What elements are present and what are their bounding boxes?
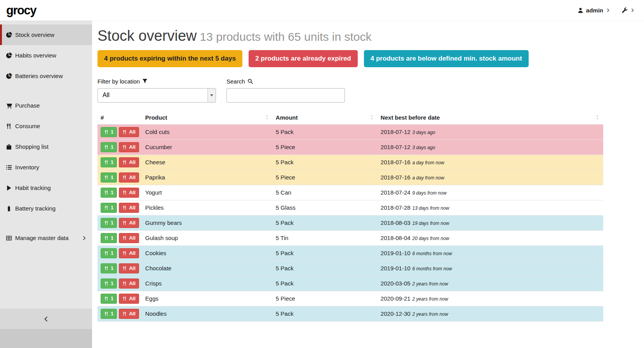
utensils-icon <box>122 175 127 180</box>
date-relative: 13 days from now <box>413 205 449 211</box>
consume-all-button[interactable]: All <box>119 203 139 213</box>
column-header-best-before[interactable]: Next best before date <box>378 112 603 125</box>
button-label: All <box>129 296 136 301</box>
consume-one-button[interactable]: 1 <box>101 248 117 258</box>
sidebar-nav: Stock overviewHabits overviewBatteries o… <box>0 21 92 309</box>
consume-one-button[interactable]: 1 <box>101 278 117 289</box>
sidebar-item-habit-tracking[interactable]: Habit tracking <box>0 177 92 198</box>
sidebar-item-battery-tracking[interactable]: Battery tracking <box>0 198 92 219</box>
row-actions: 1All <box>101 233 139 243</box>
search-input[interactable] <box>226 88 345 103</box>
pie-chart-icon <box>6 73 12 79</box>
chevron-right-icon <box>82 236 87 240</box>
status-badge-below-min[interactable]: 4 products are below defined min. stock … <box>364 50 529 67</box>
status-badge-expiring[interactable]: 4 products expiring within the next 5 da… <box>97 50 242 67</box>
sidebar-item-shopping-list[interactable]: Shopping list <box>0 136 92 157</box>
sidebar-item-label: Batteries overview <box>14 73 87 79</box>
button-label: All <box>129 265 136 271</box>
button-label: All <box>129 144 136 150</box>
date-value: 2018-07-28 <box>381 204 411 211</box>
consume-one-button[interactable]: 1 <box>101 263 117 273</box>
battery-icon <box>6 205 12 212</box>
utensils-icon <box>122 281 127 286</box>
consume-all-button[interactable]: All <box>119 278 139 289</box>
product-amount: 5 Pack <box>273 155 378 170</box>
column-header-product[interactable]: Product <box>142 112 273 125</box>
sidebar-item-label: Habit tracking <box>14 184 87 191</box>
sidebar-collapse-button[interactable] <box>0 309 92 329</box>
date-value: 2019-01-10 <box>381 250 411 256</box>
row-actions: 1All <box>101 218 139 228</box>
consume-one-button[interactable]: 1 <box>101 188 117 198</box>
chevron-right-icon <box>630 8 635 12</box>
sidebar-item-stock-overview[interactable]: Stock overview <box>0 24 92 45</box>
product-name: Cold cuts <box>142 124 273 139</box>
sidebar-item-label: Manage master data <box>14 235 80 241</box>
consume-one-button[interactable]: 1 <box>101 309 117 319</box>
consume-one-button[interactable]: 1 <box>101 172 117 183</box>
sidebar-item-manage-master-data[interactable]: Manage master data <box>0 228 92 248</box>
sidebar-item-habits-overview[interactable]: Habits overview <box>0 45 92 66</box>
best-before-date: 2020-09-212 years from now <box>378 291 603 306</box>
cart-icon <box>6 103 12 109</box>
table-body: 1AllCold cuts5 Pack2018-07-123 days ago1… <box>97 124 603 321</box>
button-label: 1 <box>111 205 113 211</box>
product-name: Cucumber <box>142 139 273 155</box>
sidebar-item-batteries-overview[interactable]: Batteries overview <box>0 66 92 86</box>
location-select[interactable]: All <box>97 88 216 103</box>
column-header-amount[interactable]: Amount <box>273 112 378 125</box>
consume-one-button[interactable]: 1 <box>101 218 117 228</box>
consume-one-button[interactable]: 1 <box>101 157 117 167</box>
table-icon <box>6 235 12 241</box>
sort-icon[interactable] <box>369 115 374 120</box>
app-logo[interactable]: grocy <box>6 3 36 17</box>
consume-all-button[interactable]: All <box>119 172 139 183</box>
sort-icon[interactable] <box>595 115 600 120</box>
sort-icon[interactable] <box>264 115 270 120</box>
sidebar-item-purchase[interactable]: Purchase <box>0 95 92 116</box>
consume-all-button[interactable]: All <box>119 157 139 167</box>
status-badge-expired[interactable]: 2 products are already expired <box>249 50 358 67</box>
consume-all-button[interactable]: All <box>119 248 139 258</box>
date-relative: 3 days ago <box>413 145 435 150</box>
sidebar-item-inventory[interactable]: Inventory <box>0 157 92 177</box>
utensils-icon <box>122 296 127 301</box>
product-amount: 5 Pack <box>273 245 378 261</box>
chevron-left-icon <box>43 316 49 322</box>
button-label: 1 <box>111 174 113 180</box>
date-relative: 2 years from now <box>413 311 448 317</box>
user-menu[interactable]: admin <box>578 7 610 14</box>
consume-all-button[interactable]: All <box>119 263 139 273</box>
date-value: 2018-07-12 <box>381 144 411 150</box>
settings-menu[interactable] <box>622 7 635 13</box>
stock-row-cheese: 1AllCheese5 Pack2018-07-16a day from now <box>97 155 603 170</box>
date-relative: 6 months from now <box>413 251 452 256</box>
consume-all-button[interactable]: All <box>119 127 139 137</box>
consume-all-button[interactable]: All <box>119 188 139 198</box>
button-label: All <box>129 174 136 180</box>
product-name: Crisps <box>142 276 273 291</box>
date-relative: a day from now <box>413 175 444 181</box>
consume-all-button[interactable]: All <box>119 142 139 152</box>
consume-all-button[interactable]: All <box>119 233 139 243</box>
consume-one-button[interactable]: 1 <box>101 142 117 152</box>
sidebar-item-consume[interactable]: Consume <box>0 116 92 136</box>
product-name: Chocolate <box>142 261 273 276</box>
play-icon <box>6 185 12 191</box>
button-label: 1 <box>111 311 113 317</box>
consume-all-button[interactable]: All <box>119 218 139 228</box>
date-value: 2018-08-04 <box>381 235 411 241</box>
button-label: All <box>129 159 136 165</box>
button-label: 1 <box>111 280 113 286</box>
date-relative: 2 years from now <box>413 281 448 287</box>
consume-one-button[interactable]: 1 <box>101 203 117 213</box>
product-amount: 5 Pack <box>273 261 378 276</box>
stock-row-gulash-soup: 1AllGulash soup5 Tin2018-08-0420 days fr… <box>97 230 603 245</box>
consume-all-button[interactable]: All <box>119 294 139 304</box>
column-label: # <box>101 114 104 121</box>
consume-one-button[interactable]: 1 <box>101 127 117 137</box>
consume-one-button[interactable]: 1 <box>101 233 117 243</box>
consume-all-button[interactable]: All <box>119 309 139 319</box>
consume-one-button[interactable]: 1 <box>101 294 117 304</box>
row-actions: 1All <box>101 127 139 137</box>
